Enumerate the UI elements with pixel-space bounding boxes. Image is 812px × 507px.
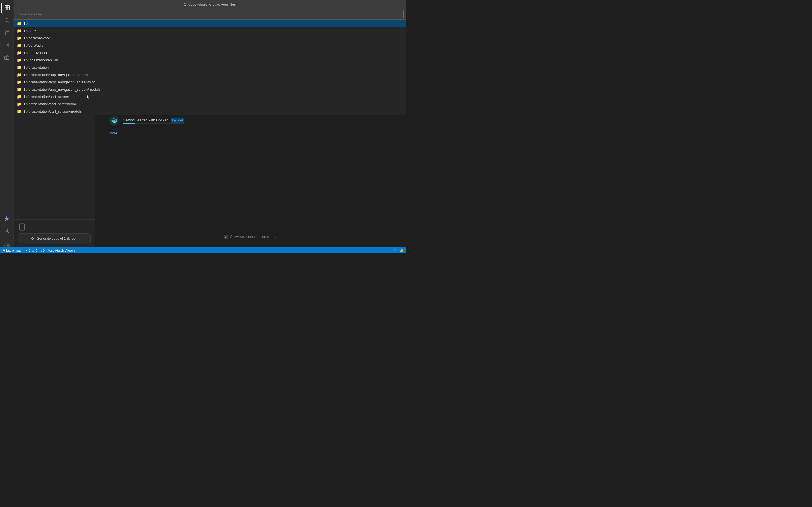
activity-wisegpt-icon[interactable] <box>1 213 12 224</box>
docker-text: Getting Started with Docker Updated <box>123 118 185 124</box>
folder-icon-lib-presentation-nav-bloc: 📁 <box>17 80 22 84</box>
error-count: 0 <box>29 249 30 252</box>
folder-item-lib[interactable]: 📁 lib <box>13 20 406 27</box>
docker-updated-badge: Updated <box>170 118 185 122</box>
folder-path-lib-core-utils: lib/core/utils <box>24 43 43 48</box>
activity-run-icon[interactable] <box>1 40 12 51</box>
status-info[interactable]: ℹ 0 <box>41 249 45 252</box>
info-count: 0 <box>43 249 45 252</box>
folder-path-lib-presentation: lib/presentation <box>24 65 49 69</box>
folder-picker-modal: Choose where to save your files 📁 lib 📁 … <box>13 0 406 115</box>
figma-icon <box>18 223 26 231</box>
folder-icon-lib: 📁 <box>17 21 22 25</box>
show-welcome-checkbox[interactable]: ✓ <box>224 235 228 239</box>
activity-extensions-icon[interactable] <box>1 2 12 13</box>
docker-progress-fill <box>123 123 135 124</box>
bell-icon: 🔔 <box>400 249 404 252</box>
folder-icon-lib-core: 📁 <box>17 29 22 33</box>
folder-item-lib-presentation-cart-models[interactable]: 📁 lib/presentation/cart_screen/models <box>13 108 406 115</box>
folder-item-lib-core-network[interactable]: 📁 lib/core/network <box>13 34 406 42</box>
svg-point-14 <box>6 229 8 231</box>
generate-code-button[interactable]: ⟳ Generate code of 1 Screen <box>18 233 91 244</box>
folder-path-lib-presentation-nav: lib/presentation/app_navigation_screen <box>24 73 88 77</box>
show-welcome-label: Show welcome page on startup <box>230 235 277 239</box>
folder-item-lib-localization-en-us[interactable]: 📁 lib/localization/en_us <box>13 56 406 64</box>
activity-search-icon[interactable] <box>1 15 12 26</box>
error-count-icon: ✕ <box>25 249 28 252</box>
folder-item-lib-core-utils[interactable]: 📁 lib/core/utils <box>13 42 406 49</box>
folder-item-lib-presentation-cart[interactable]: 📁 lib/presentation/cart_screen <box>13 93 406 100</box>
warning-count: 0 <box>36 249 37 252</box>
folder-path-lib: lib <box>24 21 28 25</box>
folder-picker-title: Choose where to save your files <box>184 2 236 6</box>
auto-attach-label: Auto Attach: Always <box>48 249 75 252</box>
svg-point-6 <box>4 31 6 32</box>
svg-marker-9 <box>5 43 8 47</box>
folder-icon-lib-presentation-cart-bloc: 📁 <box>17 102 22 106</box>
info-icon: ℹ <box>41 249 42 252</box>
status-bar: ⚑ Launchpad ✕ 0 ⚠ 0 ℹ 0 Auto Attach: Alw… <box>0 247 406 253</box>
sidebar-footer: ⟳ Generate code of 1 Screen <box>13 219 95 247</box>
status-launchpad[interactable]: ⚑ Launchpad <box>2 249 21 252</box>
folder-item-lib-presentation-nav[interactable]: 📁 lib/presentation/app_navigation_screen <box>13 71 406 78</box>
folder-picker-list: 📁 lib 📁 lib/core 📁 lib/core/network 📁 li… <box>13 20 406 115</box>
launchpad-icon: ⚑ <box>2 249 5 252</box>
folder-picker-search-area <box>13 9 406 20</box>
folder-icon-lib-presentation-nav-models: 📁 <box>17 87 22 92</box>
folder-icon-lib-presentation-cart: 📁 <box>17 94 22 99</box>
folder-path-lib-presentation-cart-bloc: lib/presentation/cart_screen/bloc <box>24 102 77 106</box>
svg-rect-16 <box>20 224 24 230</box>
status-history[interactable]: ↺ <box>394 249 396 252</box>
main-area: ⬜ ⋯ ⎇ Clone Git Repository... ✕ Connect … <box>95 0 406 247</box>
folder-icon-lib-presentation-nav: 📁 <box>17 72 22 77</box>
warning-icon: ⚠ <box>32 249 35 252</box>
svg-point-7 <box>4 34 6 35</box>
status-errors[interactable]: ✕ 0 ⚠ 0 <box>25 249 37 252</box>
folder-item-lib-presentation-cart-bloc[interactable]: 📁 lib/presentation/cart_screen/bloc <box>13 100 406 108</box>
history-icon: ↺ <box>394 249 396 252</box>
folder-icon-lib-core-network: 📁 <box>17 36 22 40</box>
show-welcome-bar: ✓ Show welcome page on startup <box>224 235 277 239</box>
folder-path-lib-presentation-nav-bloc: lib/presentation/app_navigation_screen/b… <box>24 80 96 84</box>
generate-button-label: Generate code of 1 Screen <box>37 237 77 240</box>
svg-point-4 <box>5 18 8 22</box>
status-auto-attach[interactable]: Auto Attach: Always <box>48 249 75 252</box>
launchpad-label: Launchpad <box>6 249 21 252</box>
folder-picker-input[interactable] <box>16 10 404 18</box>
walkthrough-docker[interactable]: 🐳 Getting Started with Docker Updated <box>109 113 392 128</box>
svg-rect-0 <box>4 6 6 8</box>
activity-marketplace-icon[interactable] <box>1 52 12 63</box>
svg-point-15 <box>6 245 7 246</box>
docker-progress-track <box>123 123 185 124</box>
folder-item-lib-presentation-nav-models[interactable]: 📁 lib/presentation/app_navigation_screen… <box>13 86 406 93</box>
folder-item-lib-presentation[interactable]: 📁 lib/presentation <box>13 64 406 71</box>
docker-icon: 🐳 <box>109 116 119 126</box>
folder-icon-lib-presentation: 📁 <box>17 65 22 69</box>
activity-account-icon[interactable] <box>1 225 12 237</box>
activity-source-control-icon[interactable] <box>1 27 12 38</box>
folder-item-lib-core[interactable]: 📁 lib/core <box>13 27 406 34</box>
activity-bar <box>0 0 13 253</box>
folder-icon-lib-core-utils: 📁 <box>17 43 22 48</box>
folder-path-lib-presentation-cart: lib/presentation/cart_screen <box>24 95 69 99</box>
svg-rect-2 <box>4 8 6 10</box>
folder-picker-header: Choose where to save your files <box>13 0 406 9</box>
folder-path-lib-core: lib/core <box>24 29 36 33</box>
svg-line-5 <box>8 21 9 23</box>
folder-path-lib-localization: lib/localization <box>24 51 47 55</box>
svg-rect-3 <box>7 8 9 10</box>
docker-title: Getting Started with Docker Updated <box>123 118 185 122</box>
status-bar-right: ↺ 🔔 <box>394 249 404 252</box>
folder-path-lib-core-network: lib/core/network <box>24 36 50 40</box>
svg-point-8 <box>7 31 8 32</box>
svg-rect-1 <box>7 6 9 8</box>
loading-icon: ⟳ <box>31 236 35 241</box>
folder-path-lib-presentation-cart-models: lib/presentation/cart_screen/models <box>24 109 82 114</box>
status-notifications[interactable]: 🔔 <box>400 249 404 252</box>
folder-item-lib-presentation-nav-bloc[interactable]: 📁 lib/presentation/app_navigation_screen… <box>13 78 406 86</box>
folder-path-lib-localization-en-us: lib/localization/en_us <box>24 58 58 62</box>
folder-path-lib-presentation-nav-models: lib/presentation/app_navigation_screen/m… <box>24 87 101 92</box>
folder-icon-lib-localization: 📁 <box>17 50 22 55</box>
folder-item-lib-localization[interactable]: 📁 lib/localization <box>13 49 406 56</box>
more-walkthroughs-link[interactable]: More... <box>109 131 392 135</box>
